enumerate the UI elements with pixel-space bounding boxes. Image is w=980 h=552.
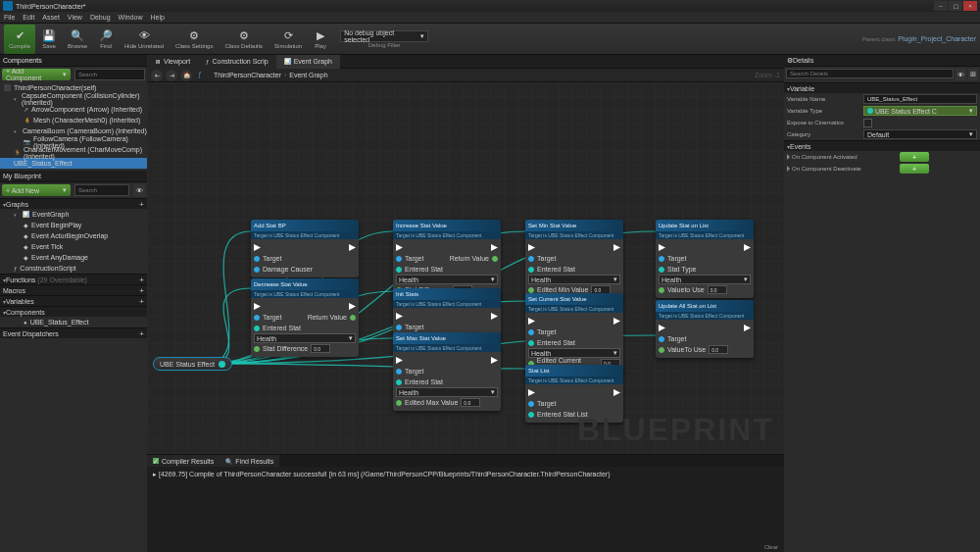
category-select[interactable]: Default▾ [863,129,977,139]
details-matrix-icon[interactable]: ⊞ [968,69,978,80]
menu-edit[interactable]: Edit [23,14,34,21]
component-item[interactable]: 🧍 Mesh (CharacterMesh0) (Inherited) [0,115,147,125]
save-button[interactable]: 💾Save [37,25,61,54]
add-component-button[interactable]: + Add Component▾ [2,69,71,80]
graphs-category[interactable]: ▾Graphs+ [0,198,147,209]
node-set-min[interactable]: Set Min Stat ValueTarget is UBE Status E… [525,220,623,298]
node-decrease-stat[interactable]: Decrease Stat ValueTarget is UBE Status … [251,278,359,357]
components-tree: ⬛ ThirdPersonCharacter(self) ▾CapsuleCom… [0,82,147,171]
tab-viewport[interactable]: 🖥 Viewport [147,55,198,69]
blueprint-options-icon[interactable]: 👁 [133,184,145,196]
myblueprint-search-input[interactable] [74,184,129,196]
menu-help[interactable]: Help [150,14,164,21]
pin-output-icon[interactable] [219,361,225,368]
variable-type-select[interactable]: UBE Status Effect C▾ [863,106,977,116]
clear-log-button[interactable]: Clear [764,544,778,550]
add-new-button[interactable]: + Add New▾ [2,184,71,196]
tab-find-results[interactable]: 🔍 Find Results [220,455,279,467]
class-settings-button[interactable]: ⚙Class Settings [171,25,218,54]
add-event-deactivated-button[interactable]: + [900,164,929,174]
component-item[interactable]: ▾CapsuleComponent (CollisionCylinder) (I… [0,93,147,104]
enum-select[interactable]: Health▾ [659,275,751,284]
parent-class-label: Parent class: Plugin_Project_Character [862,35,976,42]
add-macro-icon[interactable]: + [139,286,144,295]
events-section[interactable]: ▾ Events [784,140,980,151]
graph-canvas[interactable]: UBE Status Effect Add Stat BPTarget is U… [147,82,784,454]
enum-select[interactable]: Health▾ [254,333,356,343]
eventgraph-item[interactable]: ▾📊 EventGraph [0,209,147,220]
expose-cinematics-checkbox[interactable] [863,119,872,127]
nav-fwd-button[interactable]: ⇥ [166,70,177,81]
components-search-input[interactable] [74,69,145,80]
add-graph-icon[interactable]: + [139,200,144,209]
variable-item[interactable]: ● UBE_Status_Effect [0,317,147,327]
component-item[interactable]: 🏃 CharacterMovement (CharMoveComp) (Inhe… [0,147,147,158]
myblueprint-panel-header[interactable]: My Blueprint [0,171,147,182]
parent-class-link[interactable]: Plugin_Project_Character [898,35,976,42]
enum-select[interactable]: Health▾ [396,387,498,397]
menu-window[interactable]: Window [119,14,143,21]
menu-file[interactable]: File [4,14,15,21]
browse-button[interactable]: 🔍Browse [63,25,92,54]
components-panel-header: Components [0,55,147,67]
myblueprint-tree: ▾Graphs+ ▾📊 EventGraph ◆ Event BeginPlay… [0,198,147,552]
close-button[interactable]: × [963,1,977,11]
play-button[interactable]: ▶Play [309,25,332,54]
menu-debug[interactable]: Debug [90,14,111,21]
tab-compiler-results[interactable]: ✔Compiler Results [147,455,220,467]
functions-category[interactable]: ▾Functions (29 Overridable)+ [0,274,147,284]
node-init-stats[interactable]: Init StatsTarget is UBE Status Effect Co… [393,288,501,335]
details-search-input[interactable] [786,69,954,78]
enum-select[interactable]: Health▾ [528,275,620,284]
event-item[interactable]: ◆ Event BeginPlay [0,220,147,230]
variables-category[interactable]: ▾Variables+ [0,295,147,306]
maximize-button[interactable]: ☐ [949,1,962,11]
add-variable-icon[interactable]: + [139,297,144,306]
class-defaults-button[interactable]: ⚙Class Defaults [220,25,268,54]
add-function-icon[interactable]: + [139,276,144,284]
node-add-stat-bp[interactable]: Add Stat BPTarget is UBE Status Effect C… [251,220,359,277]
tab-construction[interactable]: ƒ Construction Scrip [198,55,276,69]
simulation-button[interactable]: ⟳Simulation [270,25,307,54]
debug-object-select[interactable]: No debug object selected▾ [340,30,428,42]
nav-back-button[interactable]: ⇤ [151,70,163,81]
menu-bar: File Edit Asset View Debug Window Help [0,12,980,24]
component-item-selected[interactable]: UBE_Status_Effect [0,158,147,169]
find-button[interactable]: 🔎Find [94,25,118,54]
menu-view[interactable]: View [68,14,82,21]
details-filter-icon[interactable]: 👁 [956,69,965,80]
dispatchers-category[interactable]: Event Dispatchers+ [0,327,147,338]
macros-category[interactable]: Macros+ [0,284,147,295]
editor-tabs: 🖥 Viewport ƒ Construction Scrip 📊 Event … [147,55,784,69]
toolbar: ✔Compile 💾Save 🔍Browse 🔎Find 👁Hide Unrel… [0,24,980,55]
hide-unrelated-button[interactable]: 👁Hide Unrelated [120,25,169,54]
minimize-button[interactable]: – [934,1,948,11]
node-set-max[interactable]: Set Max Stat ValueTarget is UBE Status E… [393,332,501,411]
node-update-all[interactable]: Update All Stat on ListTarget is UBE Sta… [656,300,754,358]
variable-section[interactable]: ▾ Variable [784,82,980,93]
node-update-stat[interactable]: Update Stat on ListTarget is UBE Status … [656,220,754,298]
details-header[interactable]: ⚙ Details [784,55,980,67]
center-panel: 🖥 Viewport ƒ Construction Scrip 📊 Event … [147,55,784,552]
ue-logo-icon [3,1,13,11]
event-item[interactable]: ◆ Event ActorBeginOverlap [0,230,147,241]
menu-asset[interactable]: Asset [42,14,60,21]
components-category[interactable]: ▾Components [0,306,147,317]
enum-select[interactable]: Health▾ [396,275,498,284]
details-panel: ⚙ Details 👁 ⊞ ▾ Variable Variable Name V… [784,55,980,552]
compile-button[interactable]: ✔Compile [4,25,35,54]
left-panels: Components + Add Component▾ ⬛ ThirdPerso… [0,55,147,552]
event-item[interactable]: ◆ Event Tick [0,241,147,252]
node-increase-stat[interactable]: Increase Stat ValueTarget is UBE Status … [393,220,501,298]
add-event-activated-button[interactable]: + [900,152,929,162]
tab-eventgraph[interactable]: 📊 Event Graph [276,55,340,69]
variable-name-input[interactable] [863,94,977,104]
add-dispatcher-icon[interactable]: + [139,329,144,338]
variable-get-node[interactable]: UBE Status Effect [153,357,232,371]
event-item[interactable]: ◆ Event AnyDamage [0,252,147,263]
nav-home-button[interactable]: 🏠 [180,70,192,81]
compiler-log: ▸ [4269.75] Compile of ThirdPersonCharac… [147,467,784,552]
construction-item[interactable]: ƒ ConstructionScript [0,263,147,274]
node-set-current[interactable]: Set Current Stat ValueTarget is UBE Stat… [525,293,623,372]
zoom-label: Zoom -1 [755,72,780,78]
